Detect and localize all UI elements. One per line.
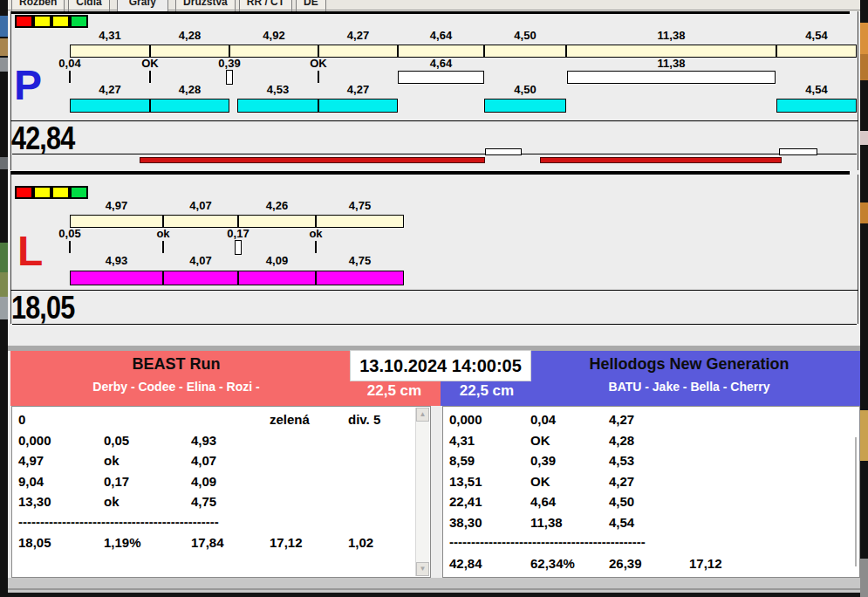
- right-table-cell: 0,04: [530, 411, 556, 429]
- right-table-cell: 0,000: [449, 411, 482, 429]
- desktop-fragment: [0, 297, 8, 319]
- left-table-row[interactable]: 13,30ok4,75: [12, 493, 430, 512]
- left-table-cell: 4,07: [191, 452, 216, 470]
- l-lane-total-time: 18,05: [11, 292, 74, 324]
- right-table-cell: 26,39: [609, 555, 642, 573]
- right-table-cell: 42,84: [449, 555, 482, 573]
- left-table-cell: 4,97: [18, 452, 44, 470]
- right-table-cell: 4,27: [609, 473, 634, 491]
- left-table-row[interactable]: 0,0000,054,93: [12, 432, 430, 451]
- l-tick-mark: [315, 241, 317, 253]
- right-table-cell: 0,39: [530, 452, 556, 470]
- left-table-row[interactable]: 18,051,19%17,8417,121,02: [12, 534, 430, 553]
- left-results-list[interactable]: ▲ ▼ 0zelenádiv. 50,0000,054,934,97ok4,07…: [11, 406, 431, 578]
- p-split-time-label: 4,28: [150, 30, 229, 42]
- left-table-row[interactable]: 9,040,174,09: [12, 473, 430, 492]
- p-leg-bar: [318, 99, 398, 113]
- l-leg-time-label: 4,09: [238, 255, 316, 267]
- start-light-red: [15, 15, 33, 28]
- p-leg-bar: [150, 99, 229, 113]
- left-table-cell: zelená: [270, 411, 310, 429]
- start-light-yellow: [51, 186, 70, 199]
- right-table-row[interactable]: 22,414,644,50: [443, 493, 859, 512]
- left-table-row[interactable]: 0zelenádiv. 5: [12, 411, 430, 430]
- right-table-cell: OK: [530, 473, 550, 491]
- l-split-bar-segment: [238, 215, 316, 228]
- l-leg-time-label: 4,07: [163, 255, 238, 267]
- desktop-fragment: [860, 202, 868, 223]
- desktop-fragment: [0, 157, 8, 169]
- l-split-time-label: 4,97: [70, 200, 163, 212]
- tab-strip: RozběhČidlaGrafyDružstvaRR / ČTDE: [8, 0, 860, 11]
- p-split-time-label: 4,27: [318, 30, 398, 42]
- desktop-fragment: [860, 131, 868, 145]
- l-fault-marker: [235, 240, 242, 255]
- p-split-time-label: 11,38: [566, 30, 776, 42]
- desktop-edge-right: [860, 0, 868, 597]
- p-fault-bar: [398, 71, 484, 84]
- p-fault-label: OK: [115, 58, 185, 70]
- p-leg-time-label: 4,28: [150, 84, 229, 96]
- p-run-bar-white: [779, 148, 817, 155]
- p-split-bar-segment: [150, 45, 229, 58]
- right-table-row[interactable]: 4,31OK4,28: [443, 432, 859, 451]
- scroll-down-icon[interactable]: ▼: [416, 562, 429, 576]
- left-table-cell: 0,000: [18, 432, 51, 449]
- window-bottom-frame: [8, 578, 860, 593]
- left-table-cell: 17,12: [270, 534, 303, 552]
- p-fault-label: 0,39: [195, 58, 264, 70]
- left-table-cell: 1,19%: [104, 534, 141, 552]
- right-table-row[interactable]: 38,3011,384,54: [443, 514, 859, 533]
- left-table-cell: ok: [104, 493, 120, 511]
- right-table-row[interactable]: 8,590,394,53: [443, 452, 859, 471]
- left-table-row[interactable]: 4,97ok4,07: [12, 452, 430, 471]
- left-table-cell: ok: [104, 452, 120, 470]
- right-table-cell: 4,54: [609, 514, 634, 532]
- desktop-fragment: [0, 16, 8, 37]
- p-split-bar-segment: [566, 45, 776, 58]
- p-run-bar-red: [140, 157, 485, 163]
- p-split-bar-segment: [776, 45, 857, 58]
- p-leg-bar: [776, 99, 857, 113]
- right-table-cell: 4,27: [609, 411, 634, 429]
- p-fault-time-label: 4,64: [398, 58, 484, 70]
- right-table-row[interactable]: 0,0000,044,27: [443, 411, 859, 430]
- right-table-cell: 13,51: [449, 473, 482, 491]
- p-split-time-label: 4,92: [229, 30, 318, 42]
- p-leg-time-label: 4,50: [484, 84, 566, 96]
- l-split-time-label: 4,75: [316, 200, 404, 212]
- left-table-cell: 13,30: [18, 493, 51, 511]
- p-panel-top-border: [10, 11, 850, 14]
- right-table-cell: 4,53: [609, 452, 634, 470]
- desktop-edge-left: [0, 0, 8, 597]
- l-fault-label: ok: [281, 228, 351, 240]
- l-split-time-label: 4,07: [163, 200, 238, 212]
- p-fault-marker: [226, 70, 233, 85]
- p-panel-inner-line: [10, 120, 858, 121]
- start-light-yellow: [51, 15, 70, 28]
- p-leg-bar: [237, 99, 318, 113]
- right-table-cell: 4,50: [609, 493, 634, 511]
- p-split-bar-segment: [398, 45, 484, 58]
- left-team-name: BEAST Run: [10, 355, 342, 374]
- right-team-name: Hellodogs New Generation: [523, 355, 855, 374]
- left-team-dogs: Derby - Codee - Elina - Rozi -: [10, 380, 342, 394]
- p-split-time-label: 4,50: [484, 30, 566, 42]
- right-results-list[interactable]: 0,0000,044,274,31OK4,288,590,394,5313,51…: [442, 406, 860, 578]
- left-jump-height: 22,5 cm: [348, 382, 441, 400]
- right-table-cell: 4,31: [449, 432, 475, 449]
- right-table-row[interactable]: 42,8462,34%26,3917,12: [443, 555, 859, 574]
- desktop-fragment: [860, 23, 868, 54]
- right-table-separator: ----------------------------------------…: [449, 534, 646, 549]
- tab-grafy[interactable]: Grafy: [117, 0, 168, 11]
- start-light-red: [15, 186, 33, 199]
- left-table-cell: 0: [18, 411, 25, 429]
- left-table-cell: 9,04: [18, 473, 44, 491]
- p-split-bar-segment: [229, 45, 318, 58]
- p-run-bar-red: [540, 157, 782, 163]
- start-light-yellow: [33, 15, 51, 28]
- start-light-yellow: [33, 186, 51, 199]
- desktop-fragment: [0, 58, 8, 72]
- right-table-row[interactable]: 13,51OK4,27: [443, 473, 859, 492]
- l-split-bar-segment: [163, 215, 238, 228]
